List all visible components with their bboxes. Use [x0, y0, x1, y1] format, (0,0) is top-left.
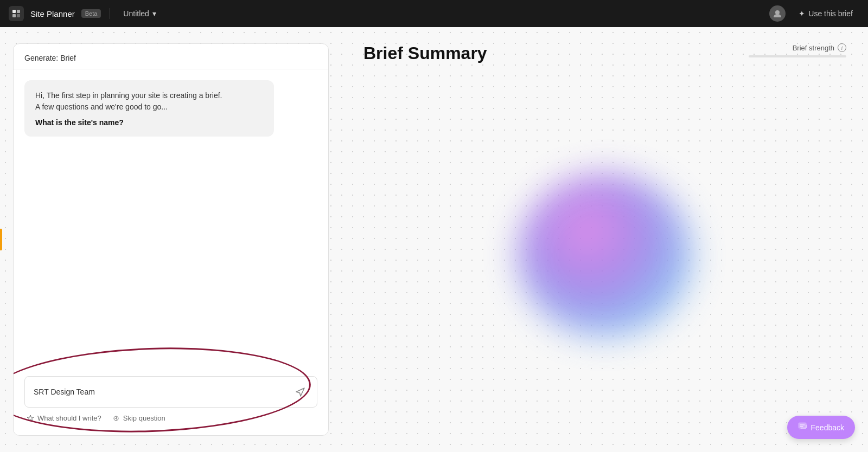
bottom-actions-row: What should I write? Skip question: [24, 408, 317, 424]
document-title-button[interactable]: Untitled ▾: [119, 7, 160, 20]
sparkle-icon: ✦: [799, 9, 805, 18]
site-name-input[interactable]: [34, 388, 293, 396]
input-area: What should I write? Skip question: [24, 376, 317, 424]
brief-card-header: Generate: Brief: [14, 44, 328, 69]
brief-strength-bar: [749, 55, 846, 57]
blob-container: [363, 74, 846, 436]
app-name-label: Site Planner: [30, 9, 75, 18]
ai-question-text: What is the site's name?: [35, 118, 263, 127]
right-panel: Brief Summary Brief strength i: [342, 27, 868, 452]
ai-message-bubble: Hi, The first step in planning your site…: [24, 80, 274, 137]
brief-card: Generate: Brief Hi, The first step in pl…: [13, 43, 329, 436]
top-navigation: Site Planner Beta Untitled ▾ ✦ Use this …: [0, 0, 868, 27]
brief-strength-text: Brief strength: [793, 44, 834, 52]
svg-rect-0: [12, 10, 16, 13]
nav-divider: [110, 8, 110, 19]
brief-summary-header: Brief Summary Brief strength i: [363, 43, 846, 63]
brief-strength-label-row: Brief strength i: [793, 43, 846, 52]
left-panel: Generate: Brief Hi, The first step in pl…: [0, 27, 342, 452]
gradient-blob: [518, 174, 692, 337]
beta-badge: Beta: [81, 9, 101, 18]
app-logo: [9, 6, 24, 21]
info-icon[interactable]: i: [838, 43, 846, 52]
what-should-write-button[interactable]: What should I write?: [27, 414, 101, 422]
main-content: Generate: Brief Hi, The first step in pl…: [0, 27, 868, 452]
user-avatar[interactable]: [769, 5, 786, 22]
brief-card-body: Hi, The first step in planning your site…: [14, 69, 328, 435]
brief-strength-section: Brief strength i: [749, 43, 846, 57]
skip-question-label: Skip question: [123, 414, 165, 422]
svg-rect-3: [17, 14, 20, 17]
document-title-text: Untitled: [123, 9, 149, 18]
svg-point-4: [775, 10, 780, 15]
send-button[interactable]: [293, 384, 308, 399]
svg-rect-2: [12, 14, 16, 17]
brief-summary-title: Brief Summary: [363, 43, 487, 63]
what-should-write-label: What should I write?: [37, 414, 101, 422]
text-input-row: [24, 376, 317, 408]
svg-rect-1: [17, 10, 20, 13]
chevron-down-icon: ▾: [152, 9, 156, 18]
use-brief-button[interactable]: ✦ Use this brief: [792, 6, 859, 21]
skip-question-button[interactable]: Skip question: [112, 414, 165, 422]
ai-message-line1: Hi, The first step in planning your site…: [35, 90, 263, 113]
chat-spacer: [24, 147, 317, 376]
use-brief-label: Use this brief: [808, 9, 853, 18]
